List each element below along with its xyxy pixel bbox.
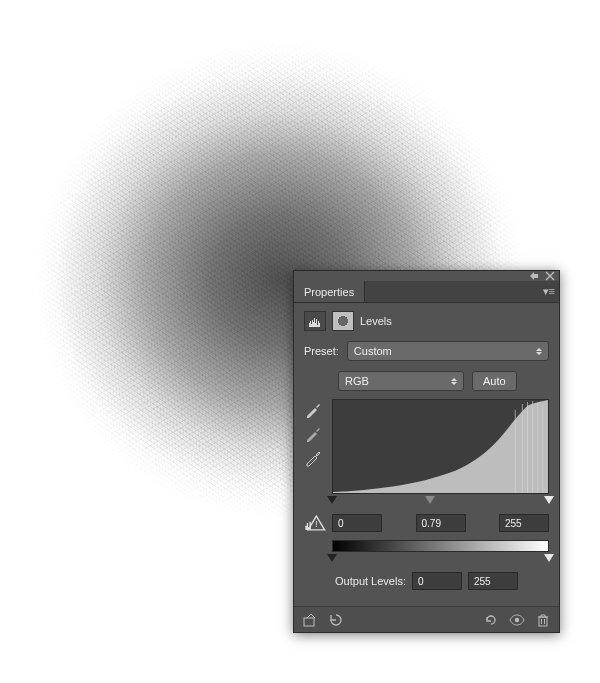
panel-body: Levels Preset: Custom RGB Auto: [294, 303, 559, 606]
panel-titlebar[interactable]: [294, 271, 559, 281]
auto-label: Auto: [483, 375, 506, 387]
previous-state-icon[interactable]: [328, 612, 344, 628]
properties-panel: Properties ▾≡ Levels Preset: Custom RGB: [293, 270, 560, 633]
svg-rect-7: [304, 618, 314, 626]
close-icon[interactable]: [545, 271, 555, 281]
output-black-field[interactable]: 0: [412, 572, 462, 590]
panel-footer: [294, 606, 559, 632]
tab-label: Properties: [304, 286, 354, 298]
eyedropper-black-icon[interactable]: [304, 401, 322, 419]
preset-row: Preset: Custom: [304, 341, 549, 361]
eyedropper-gray-icon[interactable]: [304, 425, 322, 443]
preset-select[interactable]: Custom: [347, 341, 549, 361]
input-gamma-handle[interactable]: [425, 496, 435, 504]
preset-label: Preset:: [304, 345, 339, 357]
input-black-field[interactable]: 0: [332, 514, 382, 532]
channel-row: RGB Auto: [338, 371, 549, 391]
trash-icon[interactable]: [535, 612, 551, 628]
histogram[interactable]: [332, 399, 549, 494]
output-black-handle[interactable]: [327, 554, 337, 562]
svg-rect-9: [539, 617, 547, 626]
output-white-field[interactable]: 255: [468, 572, 518, 590]
levels-icon[interactable]: [304, 311, 326, 331]
output-gradient: [332, 540, 549, 552]
layer-mask-icon[interactable]: [332, 311, 354, 331]
auto-button[interactable]: Auto: [472, 371, 517, 391]
input-values-row: ! 0 0.79 255: [304, 512, 549, 534]
adjustment-header: Levels: [304, 311, 549, 331]
reset-icon[interactable]: [483, 612, 499, 628]
adjustment-title: Levels: [360, 315, 392, 327]
input-gamma-field[interactable]: 0.79: [416, 514, 466, 532]
histogram-area: [304, 399, 549, 494]
input-black-handle[interactable]: [327, 496, 337, 504]
dropdown-caret-icon: [451, 378, 457, 385]
output-slider[interactable]: [332, 554, 549, 564]
eyedropper-group: [304, 399, 326, 494]
input-slider[interactable]: [332, 496, 549, 506]
panel-menu-icon[interactable]: ▾≡: [539, 285, 559, 298]
svg-point-8: [515, 617, 519, 621]
output-label: Output Levels:: [335, 575, 406, 587]
dropdown-caret-icon: [536, 348, 542, 355]
visibility-icon[interactable]: [509, 612, 525, 628]
preset-value: Custom: [354, 345, 392, 357]
tab-properties[interactable]: Properties: [294, 281, 365, 302]
input-white-field[interactable]: 255: [499, 514, 549, 532]
output-white-handle[interactable]: [544, 554, 554, 562]
clip-to-layer-icon[interactable]: [302, 612, 318, 628]
clip-warning-icon[interactable]: !: [304, 512, 326, 534]
tabstrip: Properties ▾≡: [294, 281, 559, 303]
eyedropper-white-icon[interactable]: [304, 449, 322, 467]
collapse-icon[interactable]: [529, 271, 539, 281]
svg-text:!: !: [315, 518, 318, 529]
channel-value: RGB: [345, 375, 369, 387]
output-values-row: Output Levels: 0 255: [304, 572, 549, 590]
channel-select[interactable]: RGB: [338, 371, 464, 391]
input-white-handle[interactable]: [544, 496, 554, 504]
